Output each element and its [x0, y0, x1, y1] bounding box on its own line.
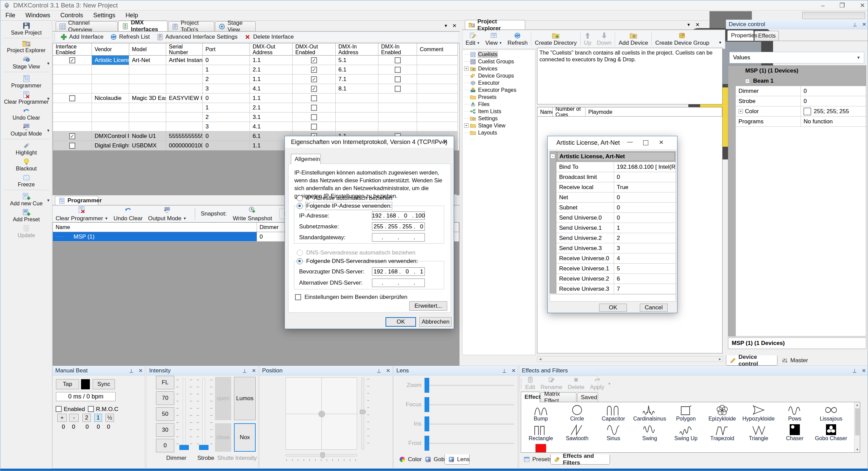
- dc-row-strobe[interactable]: Strobe0: [736, 96, 866, 106]
- lens-handle-zoom[interactable]: [425, 378, 429, 393]
- checkbox-unchecked[interactable]: [395, 76, 401, 82]
- minimize-button[interactable]: –: [821, 2, 825, 9]
- table-row[interactable]: 21.1✓7.1: [53, 75, 459, 84]
- sidebar-item-save-project[interactable]: Save Project: [0, 22, 52, 38]
- tab-programmer[interactable]: Programmer: [55, 196, 98, 205]
- sidebar-item-output-mode[interactable]: Output Mode▼: [0, 123, 52, 139]
- table-row[interactable]: 34.1✓8.1: [53, 84, 459, 94]
- artnet-cancel-button[interactable]: Cancel: [640, 304, 668, 312]
- artnet-collapse-icon[interactable]: −: [550, 154, 555, 159]
- level-button-50[interactable]: 50: [156, 407, 174, 421]
- effect-item-lissajous[interactable]: Lissajous: [813, 404, 849, 422]
- tree-item-cuelist-groups[interactable]: Cuelist Groups: [464, 58, 514, 65]
- fader-track[interactable]: [183, 378, 185, 450]
- checkbox-unchecked[interactable]: [311, 95, 317, 101]
- effect-item-triangle[interactable]: Triangle: [741, 423, 776, 442]
- cancel-button[interactable]: Abbrechen: [419, 317, 452, 327]
- cue-col-0[interactable]: Name: [537, 107, 553, 117]
- pe-h-scrollbar[interactable]: ◄►: [537, 356, 723, 362]
- rmoc-checkbox[interactable]: [88, 406, 94, 412]
- tree-item-files[interactable]: Files: [464, 101, 490, 108]
- lens-tab-color[interactable]: Color: [396, 454, 420, 465]
- artnet-row-send-universe-1[interactable]: Send Universe.11: [556, 223, 676, 233]
- tree-item-item-lists[interactable]: Item Lists: [464, 108, 501, 115]
- checkbox-unchecked[interactable]: [395, 86, 401, 92]
- scroll-up-icon[interactable]: ▲: [854, 402, 860, 408]
- collapse-icon[interactable]: −: [745, 79, 750, 83]
- effects-tab-matrix-effect[interactable]: Matrix Effect: [540, 392, 576, 402]
- radio-auto-dns[interactable]: DNS-Serveradresse automatisch beziehen: [297, 249, 442, 257]
- lens-track-focus[interactable]: [427, 404, 514, 405]
- effect-item-trapezoid[interactable]: Trapezoid: [705, 423, 740, 442]
- col-header-8[interactable]: DMX-In Enabled: [378, 43, 417, 56]
- tree-item-settings[interactable]: Settings: [464, 115, 498, 122]
- table-row[interactable]: 12.1✓6.1: [53, 65, 459, 75]
- validate-row[interactable]: Einstellungen beim Beenden überprüfen: [295, 293, 441, 301]
- toolbar-delete-interface[interactable]: Delete Interface: [241, 32, 297, 42]
- effect-item-capacitor[interactable]: Capacitor: [596, 404, 631, 422]
- artnet-row-send-universe-0[interactable]: Send Universe.00: [556, 213, 676, 223]
- programmer-toolbar-output-mode[interactable]: Output Mode▼: [145, 206, 189, 222]
- bottom-tab-presets[interactable]: Presets: [520, 454, 549, 465]
- pin-icon[interactable]: ⊤: [502, 368, 507, 374]
- effect-item-swing[interactable]: Swing: [632, 423, 667, 442]
- effect-item-bump[interactable]: Bump: [523, 404, 558, 422]
- nox-button[interactable]: Nox: [234, 423, 256, 452]
- radio-auto-ip-radio[interactable]: [297, 195, 303, 201]
- tab-dmx-interfaces[interactable]: DMX Interfaces: [118, 21, 167, 31]
- menu-settings[interactable]: Settings: [88, 12, 120, 19]
- artnet-ok-button[interactable]: OK: [599, 304, 627, 312]
- close-icon[interactable]: ✕: [862, 368, 866, 374]
- divider-button-1[interactable]: 1: [94, 414, 102, 422]
- ip-dialog-close-icon[interactable]: ✕: [441, 138, 449, 146]
- sidebar-item-clear-programmer[interactable]: Clear Programmer▼: [0, 91, 52, 107]
- dc-tab-properties[interactable]: Properties: [727, 30, 754, 41]
- tab-project-explorer[interactable]: Project Explorer: [465, 20, 525, 29]
- pe-toolbar-overflow-icon[interactable]: ▼: [718, 41, 723, 46]
- tree-item-executor[interactable]: Executor: [464, 79, 499, 86]
- pe-toolbar-edit[interactable]: Edit▼: [463, 32, 482, 47]
- divider-button--[interactable]: -: [69, 414, 79, 422]
- artnet-row-receive-local[interactable]: Receive localTrue: [556, 182, 676, 192]
- effect-item-cardinalsinus[interactable]: Cardinalsinus: [632, 404, 667, 422]
- fader-handle[interactable]: [179, 445, 189, 450]
- lumos-button[interactable]: Lumos: [234, 377, 256, 420]
- bottom-tab-master[interactable]: Master: [778, 355, 809, 366]
- tab-channel-overview[interactable]: Channel Overview: [56, 21, 118, 31]
- effect-item-rectangle[interactable]: Rectangle: [523, 423, 558, 442]
- artnet-row-receive-universe-1[interactable]: Receive Universe.15: [556, 264, 676, 274]
- scroll-left-icon[interactable]: ◄: [537, 357, 543, 361]
- pe-close-icon[interactable]: ✕: [695, 22, 701, 28]
- tap-button[interactable]: Tap: [56, 379, 79, 389]
- checkbox-checked[interactable]: ✓: [69, 57, 75, 63]
- dc-row-dimmer[interactable]: Dimmer0: [736, 86, 866, 96]
- effects-tab-effect[interactable]: Effect: [521, 392, 540, 402]
- scroll-right-icon[interactable]: ►: [717, 357, 723, 361]
- dc-tab-effects[interactable]: Effects: [754, 31, 779, 41]
- col-header-3[interactable]: Serial Number: [166, 43, 203, 56]
- effects-scrollbar[interactable]: ▲▼: [854, 402, 860, 452]
- effect-item-polygon[interactable]: Polygon: [668, 404, 704, 422]
- col-header-9[interactable]: Comment: [417, 43, 458, 56]
- tab-project-todo-s[interactable]: Project ToDo's: [168, 21, 214, 31]
- artnet-row-receive-universe-2[interactable]: Receive Universe.26: [556, 274, 676, 284]
- col-header-5[interactable]: DMX-Out Address: [250, 43, 293, 56]
- ip-field-input[interactable]: 192 . 168 . 0 . 100: [372, 211, 425, 220]
- xy-pad-handle[interactable]: [318, 411, 325, 417]
- tree-item-devices[interactable]: +Devices: [464, 65, 497, 72]
- bottom-tab-device-control[interactable]: Device control: [726, 355, 777, 366]
- toolbar-add-interface[interactable]: Add Interface: [57, 32, 107, 42]
- checkbox-unchecked[interactable]: [69, 95, 75, 101]
- table-row[interactable]: ✓Artistic LicenseArt-NetArtNet Instance:…: [53, 56, 459, 65]
- divider-button-+[interactable]: +: [57, 414, 67, 422]
- menu-controls[interactable]: Controls: [55, 12, 88, 19]
- tree-item-stage-view[interactable]: +Stage View: [464, 122, 506, 129]
- scroll-thumb[interactable]: [855, 408, 860, 435]
- ok-button[interactable]: OK: [386, 317, 416, 327]
- dc-row-color[interactable]: +Color255; 255; 255: [736, 106, 866, 117]
- color-swatch[interactable]: [804, 108, 811, 115]
- tree-item-device-groups[interactable]: Device Groups: [464, 72, 514, 79]
- pe-toolbar-view[interactable]: View▼: [482, 32, 505, 47]
- sidebar-item-project-explorer[interactable]: Project Explorer: [0, 40, 52, 56]
- tree-item-layouts[interactable]: Layouts: [464, 129, 497, 136]
